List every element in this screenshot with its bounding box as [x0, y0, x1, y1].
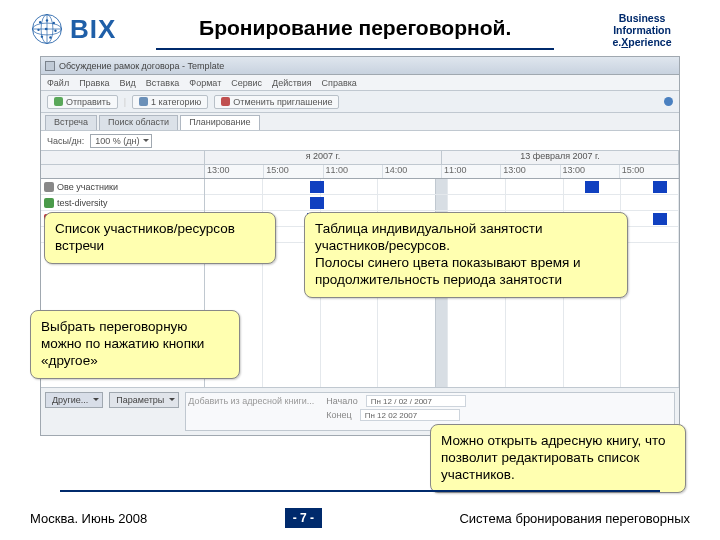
- hour-cell: 11:00: [442, 165, 501, 178]
- tb-button[interactable]: 1 категорию: [132, 95, 208, 109]
- busy-bar: [585, 181, 599, 193]
- page-number: - 7 -: [285, 508, 322, 528]
- slide-header: BIX Бронирование переговорной. Business …: [30, 12, 690, 50]
- toolbar: Отправить | 1 категорию Отменить приглаш…: [41, 91, 679, 113]
- footer-right: Система бронирования переговорных: [459, 511, 690, 526]
- svg-point-5: [39, 21, 41, 23]
- tab-meeting[interactable]: Встреча: [45, 115, 97, 130]
- freq-label: Часы/дн:: [47, 136, 84, 146]
- end-field[interactable]: Пн 12 02 2007: [360, 409, 460, 421]
- busy-bar: [653, 181, 667, 193]
- svg-point-8: [37, 29, 39, 31]
- logo-text: BIX: [70, 14, 116, 45]
- tagline-line1: Business: [594, 12, 690, 24]
- menu-item[interactable]: Действия: [272, 78, 311, 88]
- category-icon: [139, 97, 148, 106]
- callout-participants: Список участников/ресурсов встречи: [44, 212, 276, 264]
- hour-cell: 14:00: [383, 165, 442, 178]
- busy-bar: [653, 213, 667, 225]
- person-icon: [44, 182, 54, 192]
- menu-item[interactable]: Правка: [79, 78, 109, 88]
- menubar: Файл Правка Вид Вставка Формат Сервис Де…: [41, 75, 679, 91]
- footer-left: Москва. Июнь 2008: [30, 511, 147, 526]
- callout-other: Выбрать переговорную можно по нажатию кн…: [30, 310, 240, 379]
- svg-point-12: [49, 36, 51, 38]
- person-icon: [44, 198, 54, 208]
- other-button[interactable]: Другие...: [45, 392, 103, 408]
- svg-point-11: [41, 35, 43, 37]
- end-label: Конец: [326, 410, 351, 420]
- date-header: я 2007 г. 13 февраля 2007 г.: [41, 151, 679, 165]
- menu-item[interactable]: Сервис: [231, 78, 262, 88]
- menu-item[interactable]: Справка: [322, 78, 357, 88]
- tabs: Встреча Поиск области Планирование: [41, 113, 679, 131]
- menu-item[interactable]: Файл: [47, 78, 69, 88]
- params-button[interactable]: Параметры: [109, 392, 179, 408]
- hour-cell: 11:00: [324, 165, 383, 178]
- title-underline: [156, 48, 554, 50]
- help-icon[interactable]: [664, 97, 673, 106]
- send-icon: [54, 97, 63, 106]
- hour-cell: 13:00: [561, 165, 620, 178]
- callout-address-book: Можно открыть адресную книгу, что позвол…: [430, 424, 686, 493]
- footer-line: [60, 490, 660, 492]
- hour-cell: 15:00: [620, 165, 679, 178]
- resource-row[interactable]: test-diversity: [41, 195, 204, 211]
- hour-cell: 13:00: [205, 165, 264, 178]
- menu-item[interactable]: Формат: [189, 78, 221, 88]
- svg-point-7: [53, 22, 55, 24]
- tab-scheduling[interactable]: Планирование: [180, 115, 259, 130]
- send-button[interactable]: Отправить: [47, 95, 118, 109]
- cancel-icon: [221, 97, 230, 106]
- svg-point-10: [54, 30, 56, 32]
- time-header: 13:00 15:00 11:00 14:00 11:00 13:00 13:0…: [41, 165, 679, 179]
- busy-bar: [310, 197, 324, 209]
- start-label: Начало: [326, 396, 357, 406]
- app-icon: [45, 61, 55, 71]
- slide-title: Бронирование переговорной.: [116, 16, 594, 40]
- freq-dropdown[interactable]: 100 % (дн): [90, 134, 152, 148]
- footer: Москва. Июнь 2008 - 7 - Система брониров…: [30, 508, 690, 528]
- title-block: Бронирование переговорной.: [116, 12, 594, 50]
- tagline-line2: Information: [594, 24, 690, 36]
- busy-bar: [310, 181, 324, 193]
- menu-item[interactable]: Вставка: [146, 78, 179, 88]
- resource-row[interactable]: Ове участники: [41, 179, 204, 195]
- window-titlebar: Обсуждение рамок договора - Template: [41, 57, 679, 75]
- add-from-ab-label[interactable]: Добавить из адресной книги...: [188, 396, 318, 406]
- menu-item[interactable]: Вид: [120, 78, 136, 88]
- controls-row: Часы/дн: 100 % (дн): [41, 131, 679, 151]
- tagline: Business Information e.Xperience: [594, 12, 690, 48]
- cancel-invite-button[interactable]: Отменить приглашение: [214, 95, 339, 109]
- callout-table: Таблица индивидуальной занятости участни…: [304, 212, 628, 298]
- window-title: Обсуждение рамок договора - Template: [59, 61, 224, 71]
- day2-label: 13 февраля 2007 г.: [442, 151, 679, 164]
- hour-cell: 13:00: [501, 165, 560, 178]
- svg-point-9: [45, 28, 48, 31]
- day1-label: я 2007 г.: [205, 151, 442, 164]
- tab-search[interactable]: Поиск области: [99, 115, 178, 130]
- logo: BIX: [30, 12, 116, 46]
- globe-icon: [30, 12, 64, 46]
- hour-cell: 15:00: [264, 165, 323, 178]
- svg-point-6: [46, 19, 48, 21]
- start-field[interactable]: Пн 12 / 02 / 2007: [366, 395, 466, 407]
- tagline-line3: e.Xperience: [594, 36, 690, 48]
